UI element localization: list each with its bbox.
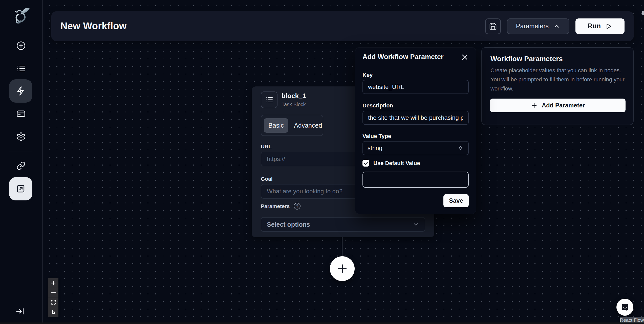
sidebar-item-billing[interactable] — [14, 107, 28, 120]
add-parameter-button[interactable]: Add Parameter — [490, 99, 626, 112]
window-edge-strip — [0, 322, 644, 324]
zoom-out-button[interactable] — [48, 288, 58, 297]
play-icon — [605, 22, 612, 30]
add-parameter-label: Add Parameter — [542, 102, 585, 109]
block-tabs: Basic Advanced — [261, 115, 323, 136]
tab-advanced[interactable]: Advanced — [289, 118, 327, 133]
square-arrow-up-right-icon — [16, 184, 26, 194]
sidebar — [0, 0, 42, 324]
save-button-label: Save — [449, 197, 463, 204]
list-icon — [265, 96, 273, 104]
plus-icon — [336, 262, 349, 275]
save-workflow-button[interactable] — [485, 18, 501, 34]
canvas-controls — [48, 278, 58, 317]
gear-icon — [16, 132, 26, 142]
chevron-up-icon — [553, 23, 560, 30]
use-default-checkbox[interactable] — [362, 160, 369, 167]
skyvern-logo[interactable] — [10, 5, 32, 27]
description-input[interactable] — [362, 111, 469, 125]
sidebar-item-external[interactable] — [9, 177, 32, 200]
x-icon — [461, 53, 468, 61]
fit-view-button[interactable] — [48, 297, 58, 307]
lock-icon — [51, 309, 56, 315]
app-window: New Workflow Parameters Run — [0, 0, 644, 324]
key-input[interactable] — [362, 80, 469, 94]
chevron-down-icon — [413, 221, 419, 228]
url-label: URL — [261, 144, 272, 150]
default-value-textarea[interactable] — [362, 172, 469, 188]
sidebar-item-link[interactable] — [14, 159, 28, 172]
chain-link-icon — [16, 161, 26, 170]
panel-description: Create placeholder values that you can l… — [490, 66, 628, 93]
add-node-button[interactable] — [330, 256, 355, 281]
panel-title: Workflow Parameters — [490, 55, 563, 63]
question-circle-icon[interactable]: ? — [294, 203, 300, 210]
floppy-disk-icon — [489, 22, 497, 30]
modal-close-button[interactable] — [460, 53, 469, 62]
run-workflow-button[interactable]: Run — [575, 18, 625, 34]
goal-label: Goal — [261, 176, 273, 182]
scrollbar-thumb[interactable] — [642, 11, 644, 15]
workflow-parameters-panel: Workflow Parameters Create placeholder v… — [481, 47, 634, 125]
block-name: block_1 — [282, 92, 306, 100]
circle-plus-icon — [16, 41, 26, 51]
sidebar-item-workflows[interactable] — [9, 79, 32, 103]
tab-basic[interactable]: Basic — [264, 118, 288, 133]
run-button-label: Run — [588, 22, 601, 30]
key-label: Key — [362, 72, 373, 78]
minus-icon — [50, 290, 56, 296]
description-label: Description — [362, 102, 393, 109]
fit-view-brackets-icon — [51, 299, 56, 305]
plus-icon — [50, 280, 56, 286]
page-title: New Workflow — [60, 21, 126, 32]
workflow-header: New Workflow Parameters Run — [51, 11, 634, 41]
attribution-label: React Flow — [620, 317, 644, 323]
sidebar-item-create[interactable] — [14, 39, 28, 52]
dragon-logo-icon — [10, 6, 31, 27]
credit-card-icon — [16, 109, 26, 119]
chevrons-up-down-icon — [458, 145, 464, 151]
save-button[interactable]: Save — [443, 194, 469, 207]
value-type-select[interactable]: string — [362, 141, 469, 155]
parameters-toggle-button[interactable]: Parameters — [507, 18, 569, 34]
lock-button[interactable] — [48, 307, 58, 317]
add-parameter-modal: Add Workflow Parameter Key Description V… — [355, 47, 476, 214]
zoom-in-button[interactable] — [48, 278, 58, 288]
value-type-label: Value Type — [362, 133, 391, 140]
parameters-select[interactable]: Select options — [261, 217, 425, 232]
parameters-label: Parameters — [261, 203, 290, 209]
plus-icon — [531, 102, 538, 109]
parameters-button-label: Parameters — [516, 22, 549, 30]
node-connector-edge — [342, 237, 342, 257]
check-icon — [363, 161, 369, 166]
sidebar-item-tasks[interactable] — [14, 62, 28, 75]
use-default-label: Use Default Value — [373, 160, 420, 167]
lightning-bolt-icon — [16, 86, 26, 96]
block-type-label: Task Block — [282, 102, 306, 107]
parameters-select-placeholder: Select options — [267, 221, 310, 228]
block-icon-tile — [261, 91, 277, 108]
sidebar-item-settings[interactable] — [14, 130, 28, 143]
list-icon — [16, 64, 26, 73]
chat-bubble-icon — [620, 303, 630, 312]
chat-launcher-button[interactable] — [616, 299, 633, 316]
value-type-value: string — [368, 145, 382, 152]
arrow-right-to-line-icon — [15, 306, 25, 316]
modal-title: Add Workflow Parameter — [362, 53, 444, 61]
sidebar-collapse-button[interactable] — [13, 305, 27, 318]
sidebar-divider — [9, 151, 32, 151]
